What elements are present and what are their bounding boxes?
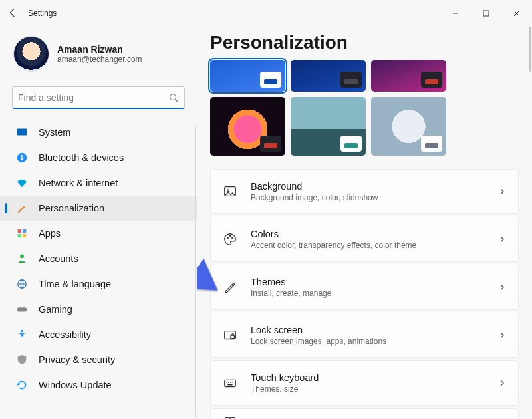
card-sub: Lock screen images, apps, animations	[251, 337, 485, 346]
sidebar-item-personalization[interactable]: Personalization	[0, 196, 197, 221]
card-themes[interactable]: ThemesInstall, create, manage	[210, 265, 519, 310]
svg-point-16	[232, 237, 233, 239]
card-title: Themes	[251, 277, 485, 287]
card-sub: Install, create, manage	[251, 289, 485, 298]
chevron-right-icon	[498, 331, 506, 339]
search-icon	[169, 93, 178, 102]
user-block[interactable]: Amaan Rizwan amaan@techanger.com	[0, 31, 197, 81]
image-icon	[223, 184, 237, 199]
wifi-icon	[16, 177, 28, 189]
start-icon	[223, 415, 237, 419]
sidebar-item-network[interactable]: Network & internet	[0, 170, 197, 196]
sidebar-item-label: Time & language	[39, 279, 111, 289]
theme-tile[interactable]	[371, 97, 446, 156]
shield-icon	[16, 354, 28, 366]
card-lockscreen[interactable]: Lock screenLock screen images, apps, ani…	[210, 313, 519, 358]
svg-rect-0	[483, 11, 489, 16]
card-sub: Themes, size	[251, 384, 485, 394]
sidebar-item-label: Windows Update	[39, 380, 112, 390]
chevron-right-icon	[498, 235, 506, 243]
svg-point-15	[229, 236, 231, 237]
system-icon	[16, 126, 28, 138]
person-icon	[16, 253, 28, 265]
sidebar-item-bluetooth[interactable]: Bluetooth & devices	[0, 145, 197, 170]
svg-rect-10	[17, 307, 27, 311]
page-title: Personalization	[210, 32, 519, 53]
globe-icon	[16, 278, 28, 290]
update-icon	[16, 379, 28, 391]
sidebar-item-gaming[interactable]: Gaming	[0, 297, 197, 322]
svg-rect-2	[17, 129, 27, 136]
minimize-button[interactable]	[440, 0, 471, 27]
sidebar-item-label: Accessibility	[39, 329, 91, 340]
lock-screen-icon	[223, 328, 237, 343]
card-title: Lock screen	[251, 325, 485, 335]
theme-tile[interactable]	[291, 60, 366, 92]
svg-rect-5	[23, 229, 26, 233]
svg-point-11	[21, 330, 23, 333]
main-content: Personalization	[197, 27, 532, 419]
svg-point-13	[227, 190, 229, 192]
brush-icon	[223, 280, 237, 295]
theme-tile[interactable]	[210, 97, 285, 156]
card-title: Colors	[251, 229, 485, 239]
card-start[interactable]: Start	[210, 408, 519, 419]
maximize-button[interactable]	[471, 0, 501, 27]
theme-tile[interactable]	[210, 60, 285, 92]
sidebar-item-accessibility[interactable]: Accessibility	[0, 322, 197, 347]
card-colors[interactable]: ColorsAccent color, transparency effects…	[210, 217, 519, 262]
gamepad-icon	[16, 303, 28, 315]
chevron-right-icon	[498, 283, 506, 291]
svg-point-1	[170, 94, 176, 100]
keyboard-icon	[223, 376, 237, 390]
svg-point-8	[20, 255, 24, 259]
window-controls	[440, 0, 532, 27]
accessibility-icon	[16, 329, 28, 341]
back-button[interactable]	[7, 7, 19, 21]
window-title: Settings	[28, 9, 57, 18]
sidebar-item-label: System	[39, 127, 70, 138]
user-name: Amaan Rizwan	[57, 44, 142, 55]
sidebar-divider	[195, 125, 196, 418]
sidebar-item-time[interactable]: Time & language	[0, 271, 197, 297]
search-input[interactable]	[12, 86, 185, 109]
svg-point-3	[17, 153, 27, 162]
sidebar-item-label: Accounts	[39, 253, 78, 264]
bluetooth-icon	[16, 152, 28, 164]
palette-icon	[223, 232, 237, 247]
theme-tile[interactable]	[291, 97, 366, 156]
card-sub: Accent color, transparency effects, colo…	[251, 241, 485, 250]
svg-rect-7	[23, 234, 26, 237]
scrollbar[interactable]	[529, 27, 531, 72]
sidebar-item-label: Bluetooth & devices	[39, 152, 124, 163]
brush-icon	[16, 202, 28, 214]
avatar	[13, 36, 49, 72]
card-touchkeyboard[interactable]: Touch keyboardThemes, size	[210, 360, 519, 406]
theme-tile[interactable]	[371, 60, 446, 92]
close-button[interactable]	[501, 0, 532, 27]
titlebar: Settings	[0, 0, 532, 27]
sidebar-item-accounts[interactable]: Accounts	[0, 246, 197, 271]
theme-preview-row-partial	[210, 60, 519, 92]
sidebar-item-label: Network & internet	[39, 178, 118, 188]
svg-rect-6	[18, 234, 21, 237]
chevron-right-icon	[498, 379, 506, 387]
sidebar-item-system[interactable]: System	[0, 120, 197, 145]
svg-rect-4	[18, 229, 21, 233]
card-title: Touch keyboard	[251, 372, 485, 383]
theme-preview-row	[210, 97, 519, 156]
sidebar-item-update[interactable]: Windows Update	[0, 372, 197, 398]
sidebar-item-label: Apps	[39, 228, 61, 239]
sidebar-item-apps[interactable]: Apps	[0, 221, 197, 246]
card-title: Background	[251, 181, 485, 192]
sidebar-item-label: Privacy & security	[39, 354, 115, 365]
svg-rect-18	[231, 335, 235, 339]
svg-rect-19	[225, 380, 236, 386]
chevron-right-icon	[498, 188, 506, 196]
sidebar-item-label: Personalization	[39, 203, 104, 213]
sidebar-item-privacy[interactable]: Privacy & security	[0, 347, 197, 372]
card-background[interactable]: BackgroundBackground image, color, slide…	[210, 169, 519, 214]
user-email: amaan@techanger.com	[57, 55, 142, 64]
svg-rect-24	[197, 250, 200, 281]
card-sub: Background image, color, slideshow	[251, 193, 485, 202]
